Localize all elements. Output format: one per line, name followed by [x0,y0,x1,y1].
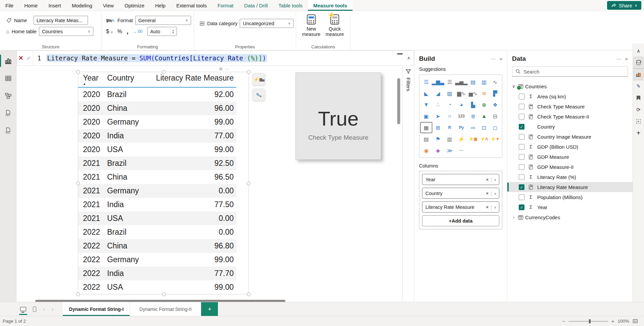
data-pane-collapse-icon[interactable]: » [625,56,628,61]
table-row[interactable]: 2020USA99.00 [78,143,236,156]
currency-button[interactable]: $ ∨ [106,29,113,35]
new-page-button[interactable]: + [201,302,218,316]
share-button[interactable]: Share ∨ [607,1,641,10]
filled-map-icon[interactable]: ❖ [490,100,501,110]
remove-field-icon[interactable]: × [484,204,491,210]
report-canvas[interactable]: ⧉ ··· Year ▲ Country Literacy Rate Measu… [16,66,402,302]
table-row[interactable]: 2022Brazil0.00 [78,225,236,239]
data-field-country-image-measure[interactable]: Country Image Measure [507,132,633,142]
more-options-icon[interactable]: ··· [225,66,229,71]
table-row[interactable]: 2020China96.00 [78,101,236,115]
formula-bar[interactable]: ✕ ✓ 1 Literacy·Rate·Measure·=·SUM(Countr… [16,50,414,66]
goals-icon[interactable]: ⚑ [432,134,444,144]
format-select[interactable]: General ∨ [135,16,191,25]
resize-handle[interactable] [247,292,250,296]
zoom-slider-handle[interactable] [589,319,591,323]
treemap-icon[interactable]: ▙ [468,100,479,110]
formula-bar-resize-handle[interactable] [397,53,403,54]
format-visual-button[interactable]: ✎+ [252,89,265,101]
dax-query-view-button[interactable]: DAX [0,105,16,121]
tree-expand-chevron-icon[interactable]: › [511,215,516,220]
field-checkbox[interactable] [519,164,524,170]
clustered-column-chart-icon[interactable]: ▃▅▂ [455,77,468,87]
table-row[interactable]: 2021Brazil92.50 [78,156,236,170]
desktop-layout-button[interactable] [20,307,26,311]
line-stacked-column-chart-icon[interactable]: ▆∿ [455,88,468,98]
table-row[interactable]: 2022USA99.00 [78,280,236,294]
resize-handle[interactable] [76,182,80,185]
analyze-visual-button[interactable]: ⚡▆▄ [252,73,265,86]
decomposition-tree-icon[interactable]: ⊡ [478,123,490,133]
matrix-icon[interactable]: ⊞ [432,123,444,133]
stacked-area-chart-icon[interactable]: ◢ [432,88,444,98]
add-data-button[interactable]: +Add data [422,215,499,226]
build-visual-pane-toggle[interactable] [633,68,644,80]
field-checkbox[interactable] [519,104,524,109]
data-table-currencycodes[interactable]: ›CurrencyCodes [507,212,633,222]
build-pane-more-icon[interactable]: ··· [491,56,496,61]
menu-item-optimize[interactable]: Optimize [119,0,150,11]
area-chart-icon[interactable]: ◣ [421,88,432,98]
data-field-check-type-measure[interactable]: Check Type Measure [507,101,633,111]
r-script-visual-icon[interactable]: R [444,123,455,133]
remove-field-icon[interactable]: × [484,177,491,182]
search-input[interactable]: Search [512,66,628,77]
field-checkbox[interactable] [519,194,524,200]
zoom-in-button[interactable]: + [611,318,614,324]
resize-handle[interactable] [76,292,80,296]
line-clustered-column-chart-icon[interactable]: ▅∿ [468,88,479,98]
map-icon[interactable]: ⊕ [478,100,490,110]
data-field-gdp-measure[interactable]: GDP Measure [507,152,633,162]
column-header-measure[interactable]: Literacy Rate Measure [148,74,236,83]
resize-handle[interactable] [76,70,80,74]
previous-page-arrow[interactable]: ‹ [43,306,45,313]
pie-chart-icon[interactable]: ◔ [444,100,455,110]
table-row[interactable]: 2022India77.70 [78,267,236,280]
field-options-chevron-icon[interactable]: › [492,191,496,196]
selection-pane-toggle[interactable]: ➤ [633,115,644,127]
data-pane-more-icon[interactable]: ··· [616,56,621,61]
data-field-literacy-rate-measure[interactable]: ✓Literacy Rate Measure [507,182,633,192]
sync-visuals-pane-toggle[interactable]: ⟳ [633,104,644,115]
card-visual[interactable]: True Check Type Measure [295,73,381,160]
resize-handle[interactable] [247,182,250,185]
data-field-year[interactable]: ✓ΣYear [507,202,633,212]
multi-row-card-icon[interactable]: ≣ [468,111,479,121]
data-field-gdp-billion-usd[interactable]: ΣGDP (Billion USD) [507,142,633,152]
field-well-country[interactable]: Country×|› [422,188,499,199]
menu-item-insert[interactable]: Insert [43,0,66,11]
field-checkbox[interactable]: ✓ [519,184,524,190]
100-stacked-area-chart-icon[interactable]: ▨ [444,88,455,98]
resize-handle[interactable] [247,70,250,74]
model-view-button[interactable] [0,88,16,103]
data-field-area-sq-km[interactable]: ΣArea (sq km) [507,91,633,101]
power-apps-visual-icon[interactable]: ◈ [432,145,444,155]
field-checkbox[interactable] [519,144,524,150]
table-row[interactable]: 2020Brazil92.00 [78,88,236,101]
field-checkbox[interactable] [519,154,524,160]
table-view-button[interactable] [0,71,16,86]
table-icon[interactable]: ▦ [421,123,432,133]
menu-item-home[interactable]: Home [19,0,43,11]
table-row[interactable]: 2021USA0.00 [78,212,236,225]
more-visuals-icon[interactable]: ··· [455,145,468,155]
spinner-arrows-icon[interactable]: ▲▼ [172,29,174,34]
field-options-chevron-icon[interactable]: › [492,204,496,210]
arcgis-map-icon[interactable]: ◉ [421,145,432,155]
stacked-bar-chart-icon[interactable]: ☰ [421,77,432,87]
column-header-country[interactable]: Country [107,74,148,83]
tile-slicer-icon[interactable]: ≔ [468,123,479,133]
field-checkbox[interactable]: ✓ [519,204,524,210]
build-pane-collapse-icon[interactable]: » [500,56,502,61]
field-checkbox[interactable] [519,174,524,180]
page-tab-dynamic-format-string-i[interactable]: Dynamic Format String-I [63,302,130,316]
ai-anomaly-visual-icon[interactable]: ⚡▣ [468,134,479,144]
gauge-icon[interactable]: ∩ [444,111,455,121]
data-field-check-type-measure-ii[interactable]: Check Type Measure-II [507,111,633,122]
100-stacked-bar-chart-icon[interactable]: ▤ [468,77,479,87]
table-row[interactable]: 2022China96.80 [78,239,236,253]
bookmarks-pane-toggle[interactable] [633,92,644,104]
thousands-separator-button[interactable]: , [127,28,129,35]
qa-visual-icon[interactable]: ◻ [490,123,501,133]
data-table-countries[interactable]: ∨Countries [507,81,633,91]
